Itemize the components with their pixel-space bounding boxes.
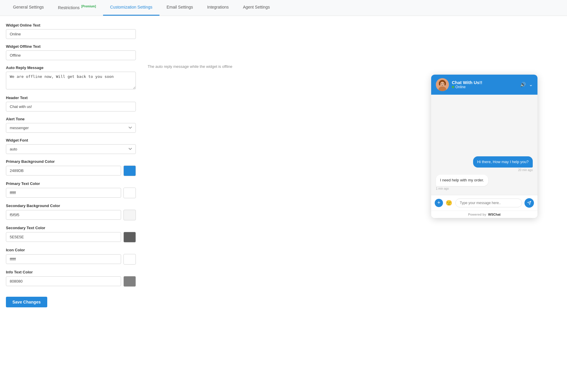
add-icon[interactable]: +: [435, 199, 443, 207]
chat-footer-brand: WSChat: [488, 213, 501, 216]
primary-bg-color-swatch[interactable]: [123, 165, 136, 176]
emoji-icon[interactable]: 🙂: [445, 199, 453, 207]
avatar: [436, 78, 449, 91]
main-content: Widget Online Text Widget Offline Text A…: [0, 16, 567, 314]
svg-point-4: [439, 81, 441, 86]
icon-color-swatch[interactable]: [123, 254, 136, 265]
chat-header: Chat With Us!! Online 🔊 ⌄: [431, 75, 537, 95]
primary-text-color-swatch[interactable]: [123, 188, 136, 198]
chat-input-area: + 🙂: [431, 195, 537, 211]
secondary-text-color-label: Secondary Text Color: [6, 226, 136, 230]
chevron-down-icon[interactable]: ⌄: [529, 82, 533, 87]
widget-offline-text-label: Widget Offline Text: [6, 44, 136, 49]
tab-agent-settings[interactable]: Agent Settings: [236, 0, 277, 16]
settings-panel: Widget Online Text Widget Offline Text A…: [6, 23, 136, 307]
widget-offline-text-input[interactable]: [6, 50, 136, 60]
message-group-outgoing: Hi there, How may I help you? 20 min ago: [436, 156, 533, 172]
chat-widget-preview: Chat With Us!! Online 🔊 ⌄ Hi there, How …: [431, 75, 537, 218]
widget-font-label: Widget Font: [6, 138, 136, 142]
tab-restrictions[interactable]: Restrictions [Premium]: [51, 0, 103, 16]
message-time-outgoing: 20 min ago: [518, 168, 533, 172]
alert-tone-group: Alert Tone messenger ding none: [6, 117, 136, 133]
alert-tone-label: Alert Tone: [6, 117, 136, 121]
chat-input-icons: + 🙂: [435, 199, 453, 207]
widget-online-text-group: Widget Online Text: [6, 23, 136, 39]
message-bubble-outgoing: Hi there, How may I help you?: [473, 156, 533, 168]
chat-footer: Powered by WSChat: [431, 211, 537, 218]
info-text-color-swatch[interactable]: [123, 276, 136, 287]
auto-reply-note: The auto reply message while the widget …: [148, 64, 561, 69]
chat-header-actions: 🔊 ⌄: [520, 82, 533, 87]
primary-bg-color-input[interactable]: [6, 166, 121, 176]
alert-tone-select[interactable]: messenger ding none: [6, 123, 136, 133]
save-changes-button[interactable]: Save Changes: [6, 297, 47, 307]
primary-bg-color-label: Primary Background Color: [6, 159, 136, 164]
widget-online-text-input[interactable]: [6, 29, 136, 39]
auto-reply-message-group: Auto Reply Message We are offline now, W…: [6, 65, 136, 90]
secondary-text-color-group: Secondary Text Color: [6, 226, 136, 242]
info-text-color-group: Info Text Color: [6, 270, 136, 287]
primary-text-color-label: Primary Text Color: [6, 181, 136, 186]
tab-customization-settings[interactable]: Customization Settings: [103, 0, 159, 16]
header-text-label: Header Text: [6, 96, 136, 100]
preview-panel: The auto reply message while the widget …: [148, 23, 561, 307]
secondary-text-color-swatch[interactable]: [123, 232, 136, 242]
svg-point-8: [443, 83, 444, 84]
icon-color-input[interactable]: [6, 254, 121, 264]
primary-bg-color-group: Primary Background Color: [6, 159, 136, 176]
status-dot: [452, 86, 454, 88]
icon-color-label: Icon Color: [6, 248, 136, 252]
auto-reply-message-input[interactable]: We are offline now, Will get back to you…: [6, 72, 136, 89]
icon-color-group: Icon Color: [6, 248, 136, 265]
svg-point-7: [441, 83, 442, 84]
send-button[interactable]: [524, 198, 534, 208]
tab-general-settings[interactable]: General Settings: [6, 0, 51, 16]
widget-offline-text-group: Widget Offline Text: [6, 44, 136, 60]
chat-header-info: Chat With Us!! Online: [452, 80, 517, 89]
message-group-incoming: I need help with my order. 1 min ago: [436, 175, 533, 190]
header-text-input[interactable]: [6, 102, 136, 111]
widget-font-group: Widget Font auto Arial Roboto: [6, 138, 136, 154]
chat-body: Hi there, How may I help you? 20 min ago…: [431, 95, 537, 195]
message-bubble-incoming: I need help with my order.: [436, 175, 488, 186]
svg-point-5: [444, 81, 446, 86]
secondary-bg-color-label: Secondary Background Color: [6, 204, 136, 208]
auto-reply-message-label: Auto Reply Message: [6, 65, 136, 70]
header-text-group: Header Text: [6, 96, 136, 111]
primary-text-color-input[interactable]: [6, 188, 121, 198]
top-navigation: General Settings Restrictions [Premium] …: [0, 0, 567, 16]
volume-icon[interactable]: 🔊: [520, 82, 526, 87]
tab-email-settings[interactable]: Email Settings: [159, 0, 200, 16]
chat-header-name: Chat With Us!!: [452, 80, 517, 85]
secondary-bg-color-swatch[interactable]: [123, 210, 136, 220]
widget-online-text-label: Widget Online Text: [6, 23, 136, 27]
chat-header-status: Online: [452, 85, 517, 89]
info-text-color-input[interactable]: [6, 276, 121, 286]
tab-integrations[interactable]: Integrations: [200, 0, 236, 16]
chat-type-input[interactable]: [455, 199, 522, 207]
widget-font-select[interactable]: auto Arial Roboto: [6, 144, 136, 154]
message-time-incoming: 1 min ago: [436, 187, 449, 190]
premium-badge: [Premium]: [81, 5, 96, 8]
info-text-color-label: Info Text Color: [6, 270, 136, 274]
secondary-bg-color-group: Secondary Background Color: [6, 204, 136, 220]
secondary-bg-color-input[interactable]: [6, 210, 121, 220]
secondary-text-color-input[interactable]: [6, 232, 121, 242]
primary-text-color-group: Primary Text Color: [6, 181, 136, 198]
